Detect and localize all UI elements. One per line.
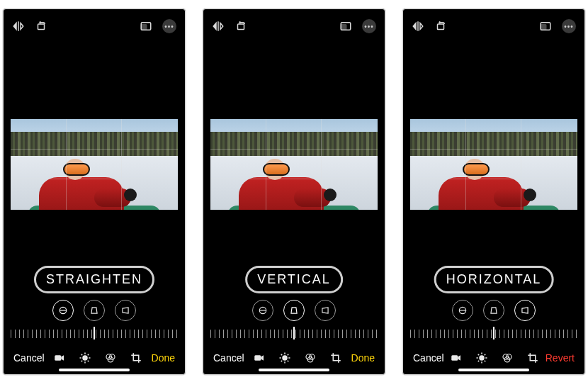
adjust-tab-icon[interactable] <box>79 352 91 364</box>
horizontal-perspective-button[interactable] <box>315 300 336 321</box>
crop-handle-tr[interactable] <box>169 119 178 128</box>
mode-label-callout: VERTICAL <box>245 266 343 293</box>
svg-rect-11 <box>341 25 346 30</box>
flip-icon[interactable] <box>412 20 424 33</box>
photo-crop-canvas[interactable] <box>210 119 378 210</box>
crop-handle-tl[interactable] <box>410 119 419 128</box>
horizontal-perspective-button[interactable] <box>514 300 536 321</box>
straighten-button[interactable] <box>252 300 273 321</box>
phone-screen-3: ••• HORIZONTAL Cancel Revert <box>402 9 585 375</box>
filters-tab-icon[interactable] <box>304 352 317 364</box>
perspective-mode-row <box>4 300 185 321</box>
photo-crop-canvas[interactable] <box>11 119 178 210</box>
crop-tab-icon[interactable] <box>526 352 539 364</box>
mode-label-text: HORIZONTAL <box>446 272 542 286</box>
flip-icon[interactable] <box>12 20 25 33</box>
svg-rect-13 <box>254 355 261 361</box>
done-button[interactable]: Done <box>152 352 175 364</box>
svg-rect-18 <box>438 24 444 30</box>
filters-tab-icon[interactable] <box>501 352 514 364</box>
cancel-button[interactable]: Cancel <box>213 352 244 364</box>
done-button[interactable]: Done <box>351 352 375 364</box>
dial-center-marker <box>293 327 295 339</box>
rotation-dial[interactable] <box>11 327 178 341</box>
svg-point-14 <box>283 356 287 360</box>
crop-handle-bl[interactable] <box>210 201 220 210</box>
vertical-perspective-button[interactable] <box>283 300 305 321</box>
svg-rect-4 <box>55 355 61 361</box>
triptych: ••• STRAIGHTEN Canc <box>0 0 588 382</box>
svg-point-23 <box>480 356 484 360</box>
home-indicator <box>259 369 329 371</box>
adjust-tab-icon[interactable] <box>475 352 488 364</box>
dial-center-marker <box>94 327 95 339</box>
phone-screen-2: ••• VERTICAL Cancel Done <box>203 9 385 375</box>
rotate-icon[interactable] <box>234 20 247 33</box>
svg-rect-9 <box>238 24 244 30</box>
home-indicator <box>458 369 529 371</box>
rotate-icon[interactable] <box>434 20 447 33</box>
crop-top-toolbar: ••• <box>403 9 584 38</box>
photo-subject <box>33 157 125 210</box>
crop-top-toolbar: ••• <box>203 9 385 38</box>
crop-handle-bl[interactable] <box>410 201 419 210</box>
aspect-icon[interactable] <box>539 20 552 33</box>
mode-label-callout: STRAIGHTEN <box>34 266 154 293</box>
revert-button[interactable]: Revert <box>545 352 575 364</box>
straighten-button[interactable] <box>452 300 473 321</box>
video-tab-icon[interactable] <box>253 352 266 364</box>
rotation-dial[interactable] <box>210 327 378 341</box>
phone-screen-1: ••• STRAIGHTEN Canc <box>3 9 186 375</box>
svg-rect-0 <box>38 24 45 30</box>
filters-tab-icon[interactable] <box>104 352 117 364</box>
crop-top-toolbar: ••• <box>4 9 185 38</box>
adjust-tab-icon[interactable] <box>278 352 291 364</box>
more-icon[interactable]: ••• <box>162 19 176 33</box>
vertical-perspective-button[interactable] <box>84 300 105 321</box>
video-tab-icon[interactable] <box>53 352 66 364</box>
crop-handle-tl[interactable] <box>11 119 20 128</box>
home-indicator <box>59 369 130 371</box>
rotate-icon[interactable] <box>35 20 47 33</box>
svg-rect-2 <box>141 25 147 30</box>
aspect-icon[interactable] <box>339 20 352 33</box>
crop-handle-br[interactable] <box>368 201 378 210</box>
perspective-mode-row <box>203 300 385 321</box>
mode-label-callout: HORIZONTAL <box>434 266 554 293</box>
vertical-perspective-button[interactable] <box>483 300 504 321</box>
crop-handle-tr[interactable] <box>368 119 378 128</box>
photo-crop-canvas[interactable] <box>410 119 577 210</box>
more-icon[interactable]: ••• <box>562 19 576 33</box>
crop-handle-br[interactable] <box>568 201 577 210</box>
mode-label-text: STRAIGHTEN <box>46 272 142 286</box>
svg-rect-22 <box>451 355 458 361</box>
video-tab-icon[interactable] <box>450 352 463 364</box>
dial-center-marker <box>493 327 494 339</box>
crop-handle-br[interactable] <box>169 201 178 210</box>
flip-icon[interactable] <box>212 20 225 33</box>
cancel-button[interactable]: Cancel <box>413 352 444 364</box>
perspective-mode-row <box>403 300 584 321</box>
svg-rect-20 <box>541 25 546 30</box>
svg-point-5 <box>83 356 87 360</box>
mode-label-text: VERTICAL <box>257 272 331 286</box>
aspect-icon[interactable] <box>140 20 152 33</box>
more-icon[interactable]: ••• <box>362 19 376 33</box>
crop-handle-tl[interactable] <box>210 119 220 128</box>
straighten-button[interactable] <box>52 300 74 321</box>
rotation-dial[interactable] <box>410 327 577 341</box>
crop-tab-icon[interactable] <box>130 352 142 364</box>
crop-handle-tr[interactable] <box>568 119 577 128</box>
horizontal-perspective-button[interactable] <box>115 300 136 321</box>
crop-handle-bl[interactable] <box>11 201 20 210</box>
cancel-button[interactable]: Cancel <box>13 352 45 364</box>
crop-tab-icon[interactable] <box>329 352 342 364</box>
